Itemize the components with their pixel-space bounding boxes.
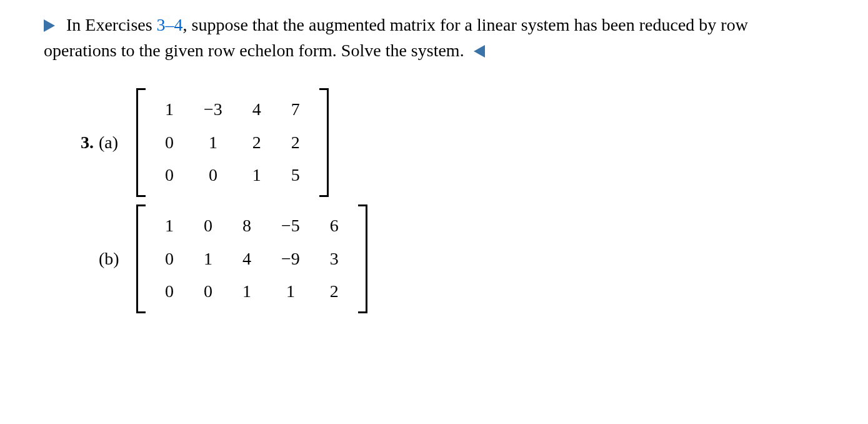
cell: 5 — [276, 159, 315, 192]
exercise-ref-link[interactable]: 3–4 — [157, 15, 183, 34]
matrix-a: 1 −3 4 7 0 1 2 2 0 0 1 5 — [136, 88, 329, 197]
left-bracket-icon — [136, 88, 142, 197]
cell: 1 — [189, 126, 237, 159]
cell: 3 — [315, 243, 354, 276]
exercise-part-a: 3. (a) 1 −3 4 7 0 1 2 2 0 0 1 5 — [69, 88, 824, 197]
right-bracket-icon — [322, 88, 329, 197]
cell: 7 — [276, 93, 315, 126]
cell: 1 — [227, 275, 266, 308]
play-left-icon — [474, 45, 485, 58]
cell: 4 — [237, 93, 276, 126]
cell: 0 — [189, 159, 237, 192]
cell: 0 — [150, 275, 189, 308]
matrix-b: 1 0 8 −5 6 0 1 4 −9 3 0 0 1 1 2 — [136, 204, 367, 313]
play-right-icon — [44, 19, 55, 32]
cell: 6 — [315, 209, 354, 243]
left-bracket-icon — [136, 204, 142, 313]
cell: −9 — [266, 243, 315, 276]
cell: 1 — [150, 209, 189, 243]
exercise-number: 3. — [69, 130, 94, 156]
cell: 2 — [276, 126, 315, 159]
cell: 1 — [237, 159, 276, 192]
cell: 2 — [315, 275, 354, 308]
cell: −3 — [189, 93, 237, 126]
cell: −5 — [266, 209, 315, 243]
part-a-label: (a) — [99, 130, 125, 156]
exercise-part-b: (b) 1 0 8 −5 6 0 1 4 −9 3 0 0 1 1 — [69, 204, 824, 313]
cell: 1 — [189, 243, 227, 276]
cell: 0 — [150, 159, 189, 192]
intro-text: In Exercises 3–4, suppose that the augme… — [44, 13, 824, 63]
cell: 0 — [189, 275, 227, 308]
right-bracket-icon — [361, 204, 367, 313]
cell: 0 — [189, 209, 227, 243]
cell: 1 — [150, 93, 189, 126]
intro-prefix: In Exercises — [66, 15, 157, 34]
cell: 0 — [150, 243, 189, 276]
cell: 1 — [266, 275, 315, 308]
cell: 8 — [227, 209, 266, 243]
part-b-label: (b) — [99, 246, 125, 272]
cell: 4 — [227, 243, 266, 276]
cell: 2 — [237, 126, 276, 159]
cell: 0 — [150, 126, 189, 159]
